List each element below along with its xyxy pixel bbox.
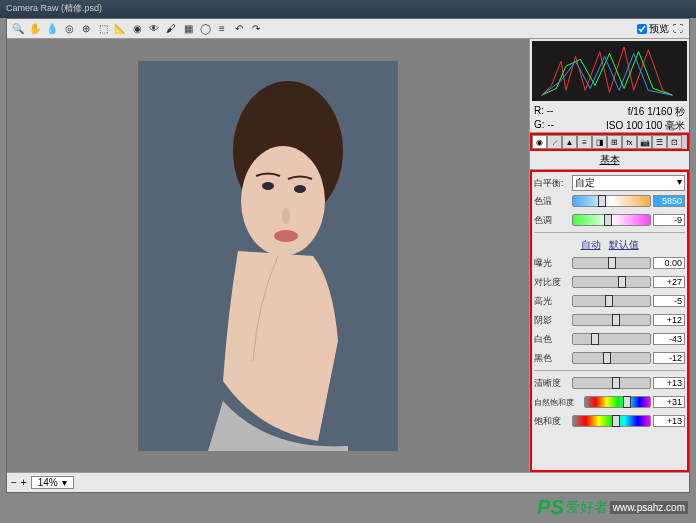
highlights-value[interactable]: -5 bbox=[653, 295, 685, 307]
tab-preset[interactable]: ☰ bbox=[652, 135, 667, 149]
tab-camera[interactable]: 📷 bbox=[637, 135, 652, 149]
preview-label: 预览 bbox=[649, 22, 669, 36]
target-adjust-icon[interactable]: ⊕ bbox=[79, 22, 93, 36]
watermark-url: www.psahz.com bbox=[610, 501, 688, 514]
tint-label: 色调 bbox=[534, 214, 570, 227]
radial-icon[interactable]: ◯ bbox=[198, 22, 212, 36]
slider-thumb[interactable] bbox=[618, 276, 626, 288]
straighten-icon[interactable]: 📐 bbox=[113, 22, 127, 36]
wb-value: 自定 bbox=[575, 176, 595, 190]
contrast-slider[interactable] bbox=[572, 276, 651, 288]
saturation-slider-row: 饱和度 +13 bbox=[534, 412, 685, 430]
photo-preview bbox=[138, 61, 398, 451]
right-panel: R: -- f/16 1/160 秒 G: -- ISO 100 100 毫米 … bbox=[529, 39, 689, 472]
divider bbox=[534, 232, 685, 233]
brush-icon[interactable]: 🖌 bbox=[164, 22, 178, 36]
zoom-tool-icon[interactable]: 🔍 bbox=[11, 22, 25, 36]
temperature-slider-row: 色温 5850 bbox=[534, 192, 685, 210]
temperature-value[interactable]: 5850 bbox=[653, 195, 685, 207]
saturation-slider[interactable] bbox=[572, 415, 651, 427]
shadows-value[interactable]: +12 bbox=[653, 314, 685, 326]
tab-hsl[interactable]: ≡ bbox=[577, 135, 592, 149]
blacks-value[interactable]: -12 bbox=[653, 352, 685, 364]
blacks-slider-row: 黑色 -12 bbox=[534, 349, 685, 367]
clarity-value[interactable]: +13 bbox=[653, 377, 685, 389]
slider-thumb[interactable] bbox=[612, 415, 620, 427]
slider-thumb[interactable] bbox=[604, 214, 612, 226]
tint-slider[interactable] bbox=[572, 214, 651, 226]
wb-row: 白平衡: 自定 ▾ bbox=[534, 174, 685, 192]
preview-checkbox[interactable]: 预览 ⛶ bbox=[637, 22, 685, 36]
tint-value[interactable]: -9 bbox=[653, 214, 685, 226]
highlights-slider-row: 高光 -5 bbox=[534, 292, 685, 310]
prefs-icon[interactable]: ≡ bbox=[215, 22, 229, 36]
redeye-icon[interactable]: 👁 bbox=[147, 22, 161, 36]
exposure-slider[interactable] bbox=[572, 257, 651, 269]
slider-thumb[interactable] bbox=[603, 352, 611, 364]
zoom-minus-icon[interactable]: − bbox=[11, 477, 17, 488]
slider-thumb[interactable] bbox=[623, 396, 631, 408]
default-button[interactable]: 默认值 bbox=[609, 238, 639, 252]
wb-label: 白平衡: bbox=[534, 177, 570, 190]
dropdown-arrow-icon: ▾ bbox=[62, 477, 67, 488]
panel-title: 基本 bbox=[530, 151, 689, 170]
slider-thumb[interactable] bbox=[612, 377, 620, 389]
tab-split[interactable]: ◨ bbox=[592, 135, 607, 149]
whites-slider[interactable] bbox=[572, 333, 651, 345]
contrast-slider-row: 对比度 +27 bbox=[534, 273, 685, 291]
tab-basic[interactable]: ◉ bbox=[532, 135, 547, 149]
temperature-label: 色温 bbox=[534, 195, 570, 208]
color-sampler-icon[interactable]: ◎ bbox=[62, 22, 76, 36]
saturation-value[interactable]: +13 bbox=[653, 415, 685, 427]
vibrance-value[interactable]: +31 bbox=[653, 396, 685, 408]
crop-tool-icon[interactable]: ⬚ bbox=[96, 22, 110, 36]
clarity-slider[interactable] bbox=[572, 377, 651, 389]
tab-fx[interactable]: fx bbox=[622, 135, 637, 149]
fullscreen-icon[interactable]: ⛶ bbox=[671, 22, 685, 36]
clarity-slider-row: 清晰度 +13 bbox=[534, 374, 685, 392]
tab-curve[interactable]: ⟋ bbox=[547, 135, 562, 149]
temperature-slider[interactable] bbox=[572, 195, 651, 207]
slider-thumb[interactable] bbox=[612, 314, 620, 326]
tab-detail[interactable]: ▲ bbox=[562, 135, 577, 149]
wb-select[interactable]: 自定 ▾ bbox=[572, 175, 685, 191]
wb-tool-icon[interactable]: 💧 bbox=[45, 22, 59, 36]
preview-check-input[interactable] bbox=[637, 24, 647, 34]
zoom-select[interactable]: 14% ▾ bbox=[31, 476, 74, 489]
slider-thumb[interactable] bbox=[608, 257, 616, 269]
canvas-area[interactable] bbox=[7, 39, 529, 472]
highlights-slider[interactable] bbox=[572, 295, 651, 307]
zoom-plus-icon[interactable]: + bbox=[21, 477, 27, 488]
title-bar: Camera Raw (精修.psd) bbox=[0, 0, 696, 18]
whites-slider-row: 白色 -43 bbox=[534, 330, 685, 348]
slider-thumb[interactable] bbox=[591, 333, 599, 345]
vibrance-slider-row: 自然饱和度 +31 bbox=[534, 393, 685, 411]
info-g: G: -- bbox=[534, 119, 554, 133]
info-iso: ISO 100 100 毫米 bbox=[606, 119, 685, 133]
hand-tool-icon[interactable]: ✋ bbox=[28, 22, 42, 36]
shadows-slider[interactable] bbox=[572, 314, 651, 326]
highlights-label: 高光 bbox=[534, 295, 570, 308]
tint-slider-row: 色调 -9 bbox=[534, 211, 685, 229]
auto-button[interactable]: 自动 bbox=[581, 238, 601, 252]
whites-value[interactable]: -43 bbox=[653, 333, 685, 345]
rotate-ccw-icon[interactable]: ↶ bbox=[232, 22, 246, 36]
clarity-label: 清晰度 bbox=[534, 377, 570, 390]
slider-thumb[interactable] bbox=[598, 195, 606, 207]
histogram[interactable] bbox=[532, 41, 687, 101]
tab-lens[interactable]: ⊞ bbox=[607, 135, 622, 149]
spot-removal-icon[interactable]: ◉ bbox=[130, 22, 144, 36]
exposure-value[interactable]: 0.00 bbox=[653, 257, 685, 269]
svg-point-5 bbox=[282, 208, 290, 224]
tab-snapshot[interactable]: ⊡ bbox=[667, 135, 682, 149]
rotate-cw-icon[interactable]: ↷ bbox=[249, 22, 263, 36]
slider-thumb[interactable] bbox=[605, 295, 613, 307]
blacks-slider[interactable] bbox=[572, 352, 651, 364]
contrast-value[interactable]: +27 bbox=[653, 276, 685, 288]
dropdown-arrow-icon: ▾ bbox=[677, 176, 682, 190]
vibrance-label: 自然饱和度 bbox=[534, 397, 582, 408]
gradient-icon[interactable]: ▦ bbox=[181, 22, 195, 36]
whites-label: 白色 bbox=[534, 333, 570, 346]
vibrance-slider[interactable] bbox=[584, 396, 651, 408]
exposure-label: 曝光 bbox=[534, 257, 570, 270]
